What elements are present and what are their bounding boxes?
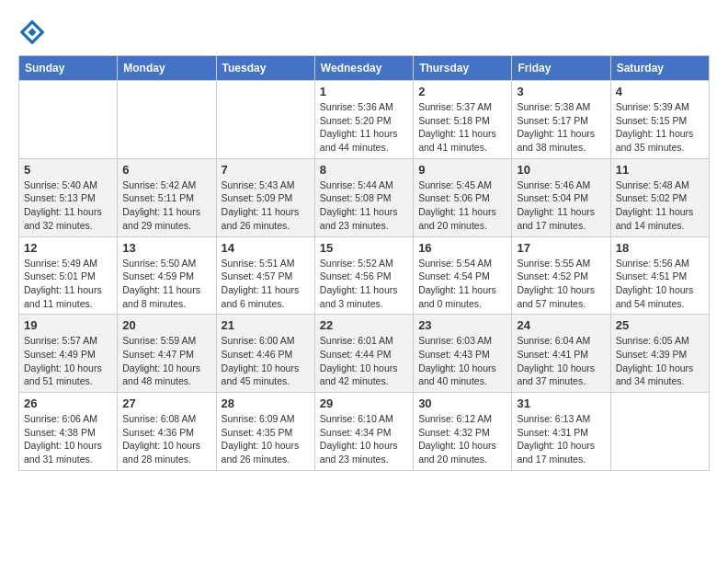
day-number: 6 — [122, 163, 210, 177]
calendar-cell: 26Sunrise: 6:06 AM Sunset: 4:38 PM Dayli… — [19, 393, 118, 471]
day-number: 31 — [517, 396, 605, 410]
day-info: Sunrise: 6:06 AM Sunset: 4:38 PM Dayligh… — [24, 412, 112, 466]
day-number: 15 — [320, 241, 408, 255]
calendar-cell: 13Sunrise: 5:50 AM Sunset: 4:59 PM Dayli… — [118, 236, 216, 315]
calendar-cell: 25Sunrise: 6:05 AM Sunset: 4:39 PM Dayli… — [610, 315, 709, 393]
calendar-cell: 28Sunrise: 6:09 AM Sunset: 4:35 PM Dayli… — [216, 393, 314, 471]
day-number: 14 — [222, 241, 310, 255]
calendar-week-row: 1Sunrise: 5:36 AM Sunset: 5:20 PM Daylig… — [19, 81, 710, 159]
calendar-cell: 9Sunrise: 5:45 AM Sunset: 5:06 PM Daylig… — [414, 158, 512, 236]
calendar-week-row: 26Sunrise: 6:06 AM Sunset: 4:38 PM Dayli… — [19, 393, 710, 471]
day-number: 26 — [24, 396, 112, 410]
day-info: Sunrise: 5:51 AM Sunset: 4:57 PM Dayligh… — [222, 257, 310, 311]
calendar-cell: 18Sunrise: 5:56 AM Sunset: 4:51 PM Dayli… — [610, 236, 709, 315]
day-info: Sunrise: 5:37 AM Sunset: 5:18 PM Dayligh… — [418, 100, 506, 155]
day-number: 5 — [24, 163, 112, 177]
calendar-cell — [19, 81, 118, 159]
calendar-week-row: 5Sunrise: 5:40 AM Sunset: 5:13 PM Daylig… — [19, 158, 710, 236]
day-info: Sunrise: 6:13 AM Sunset: 4:31 PM Dayligh… — [517, 412, 605, 466]
day-number: 20 — [122, 318, 210, 332]
day-number: 29 — [320, 396, 408, 410]
calendar-cell: 19Sunrise: 5:57 AM Sunset: 4:49 PM Dayli… — [19, 315, 118, 393]
calendar-cell: 29Sunrise: 6:10 AM Sunset: 4:34 PM Dayli… — [314, 393, 413, 471]
calendar-cell: 20Sunrise: 5:59 AM Sunset: 4:47 PM Dayli… — [118, 315, 216, 393]
day-number: 9 — [418, 163, 506, 177]
day-info: Sunrise: 5:57 AM Sunset: 4:49 PM Dayligh… — [24, 334, 112, 388]
calendar-cell: 14Sunrise: 5:51 AM Sunset: 4:57 PM Dayli… — [216, 236, 314, 315]
calendar-cell — [610, 393, 709, 471]
day-number: 18 — [616, 241, 704, 255]
calendar-cell: 1Sunrise: 5:36 AM Sunset: 5:20 PM Daylig… — [314, 81, 413, 159]
calendar-cell — [216, 81, 314, 159]
weekday-header: Tuesday — [216, 56, 314, 81]
day-number: 22 — [320, 318, 408, 332]
calendar-cell: 27Sunrise: 6:08 AM Sunset: 4:36 PM Dayli… — [118, 393, 216, 471]
calendar-cell: 10Sunrise: 5:46 AM Sunset: 5:04 PM Dayli… — [512, 158, 610, 236]
calendar-cell: 17Sunrise: 5:55 AM Sunset: 4:52 PM Dayli… — [512, 236, 610, 315]
day-info: Sunrise: 6:04 AM Sunset: 4:41 PM Dayligh… — [517, 334, 605, 388]
day-info: Sunrise: 5:46 AM Sunset: 5:04 PM Dayligh… — [517, 178, 605, 233]
page-header — [18, 18, 710, 46]
day-info: Sunrise: 6:10 AM Sunset: 4:34 PM Dayligh… — [320, 412, 408, 466]
calendar-cell: 4Sunrise: 5:39 AM Sunset: 5:15 PM Daylig… — [610, 81, 709, 159]
day-info: Sunrise: 6:08 AM Sunset: 4:36 PM Dayligh… — [122, 412, 210, 466]
calendar-cell: 31Sunrise: 6:13 AM Sunset: 4:31 PM Dayli… — [512, 393, 610, 471]
logo — [18, 18, 50, 46]
calendar-cell: 5Sunrise: 5:40 AM Sunset: 5:13 PM Daylig… — [19, 158, 118, 236]
day-number: 30 — [418, 396, 506, 410]
weekday-header: Friday — [512, 56, 610, 81]
day-info: Sunrise: 5:50 AM Sunset: 4:59 PM Dayligh… — [122, 257, 210, 311]
day-info: Sunrise: 5:42 AM Sunset: 5:11 PM Dayligh… — [122, 178, 210, 233]
calendar-cell: 3Sunrise: 5:38 AM Sunset: 5:17 PM Daylig… — [512, 81, 610, 159]
weekday-header: Sunday — [19, 56, 118, 81]
calendar-cell: 23Sunrise: 6:03 AM Sunset: 4:43 PM Dayli… — [414, 315, 512, 393]
day-info: Sunrise: 5:59 AM Sunset: 4:47 PM Dayligh… — [122, 334, 210, 388]
day-info: Sunrise: 5:36 AM Sunset: 5:20 PM Dayligh… — [320, 100, 408, 155]
day-info: Sunrise: 5:54 AM Sunset: 4:54 PM Dayligh… — [418, 257, 506, 311]
calendar-cell: 16Sunrise: 5:54 AM Sunset: 4:54 PM Dayli… — [414, 236, 512, 315]
calendar-cell: 21Sunrise: 6:00 AM Sunset: 4:46 PM Dayli… — [216, 315, 314, 393]
calendar-week-row: 12Sunrise: 5:49 AM Sunset: 5:01 PM Dayli… — [19, 236, 710, 315]
day-info: Sunrise: 6:05 AM Sunset: 4:39 PM Dayligh… — [616, 334, 704, 388]
weekday-header: Wednesday — [314, 56, 413, 81]
day-info: Sunrise: 5:55 AM Sunset: 4:52 PM Dayligh… — [517, 257, 605, 311]
day-number: 10 — [517, 163, 605, 177]
calendar-table: SundayMondayTuesdayWednesdayThursdayFrid… — [18, 55, 710, 471]
day-number: 12 — [24, 241, 112, 255]
weekday-header: Saturday — [610, 56, 709, 81]
day-info: Sunrise: 6:01 AM Sunset: 4:44 PM Dayligh… — [320, 334, 408, 388]
day-number: 19 — [24, 318, 112, 332]
day-number: 23 — [418, 318, 506, 332]
calendar-cell: 15Sunrise: 5:52 AM Sunset: 4:56 PM Dayli… — [314, 236, 413, 315]
day-info: Sunrise: 6:09 AM Sunset: 4:35 PM Dayligh… — [222, 412, 310, 466]
calendar-cell: 24Sunrise: 6:04 AM Sunset: 4:41 PM Dayli… — [512, 315, 610, 393]
calendar-week-row: 19Sunrise: 5:57 AM Sunset: 4:49 PM Dayli… — [19, 315, 710, 393]
weekday-header-row: SundayMondayTuesdayWednesdayThursdayFrid… — [19, 56, 710, 81]
day-number: 13 — [122, 241, 210, 255]
day-info: Sunrise: 5:44 AM Sunset: 5:08 PM Dayligh… — [320, 178, 408, 233]
day-number: 21 — [222, 318, 310, 332]
day-number: 11 — [616, 163, 704, 177]
day-info: Sunrise: 6:00 AM Sunset: 4:46 PM Dayligh… — [222, 334, 310, 388]
day-info: Sunrise: 5:48 AM Sunset: 5:02 PM Dayligh… — [616, 178, 704, 233]
day-info: Sunrise: 5:40 AM Sunset: 5:13 PM Dayligh… — [24, 178, 112, 233]
calendar-cell: 11Sunrise: 5:48 AM Sunset: 5:02 PM Dayli… — [610, 158, 709, 236]
day-number: 3 — [517, 85, 605, 98]
day-number: 1 — [320, 85, 408, 98]
day-number: 16 — [418, 241, 506, 255]
day-info: Sunrise: 5:39 AM Sunset: 5:15 PM Dayligh… — [616, 100, 704, 155]
day-info: Sunrise: 5:52 AM Sunset: 4:56 PM Dayligh… — [320, 257, 408, 311]
day-info: Sunrise: 5:43 AM Sunset: 5:09 PM Dayligh… — [222, 178, 310, 233]
day-number: 2 — [418, 85, 506, 98]
calendar-cell: 22Sunrise: 6:01 AM Sunset: 4:44 PM Dayli… — [314, 315, 413, 393]
day-number: 27 — [122, 396, 210, 410]
day-info: Sunrise: 5:45 AM Sunset: 5:06 PM Dayligh… — [418, 178, 506, 233]
weekday-header: Monday — [118, 56, 216, 81]
calendar-cell: 12Sunrise: 5:49 AM Sunset: 5:01 PM Dayli… — [19, 236, 118, 315]
day-number: 17 — [517, 241, 605, 255]
day-info: Sunrise: 5:56 AM Sunset: 4:51 PM Dayligh… — [616, 257, 704, 311]
day-info: Sunrise: 5:49 AM Sunset: 5:01 PM Dayligh… — [24, 257, 112, 311]
day-info: Sunrise: 5:38 AM Sunset: 5:17 PM Dayligh… — [517, 100, 605, 155]
day-number: 7 — [222, 163, 310, 177]
day-number: 25 — [616, 318, 704, 332]
